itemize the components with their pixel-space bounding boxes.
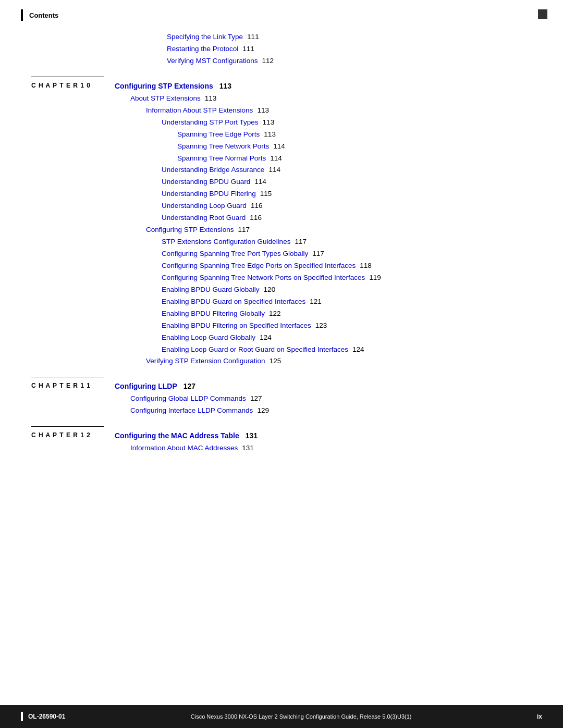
toc-link[interactable]: Configuring STP Extensions (146, 224, 234, 236)
toc-link[interactable]: Spanning Tree Edge Ports (177, 129, 260, 141)
toc-page: 129 (257, 405, 269, 417)
chapter-entries-2: Information About MAC Addresses131 (115, 442, 532, 454)
toc-page: 125 (270, 355, 282, 367)
toc-page: 116 (251, 200, 263, 212)
chapter-title-link[interactable]: Configuring STP Extensions (115, 82, 213, 90)
chapter-label: C H A P T E R 1 0 (31, 81, 115, 89)
toc-entry: Configuring Spanning Tree Network Ports … (115, 272, 532, 284)
toc-page: 124 (352, 344, 364, 356)
chapter-label: C H A P T E R 1 1 (31, 381, 115, 389)
toc-entry: Understanding Loop Guard116 (115, 200, 532, 212)
header-right-block (538, 9, 547, 19)
toc-page: 117 (295, 236, 307, 248)
toc-link[interactable]: Information About STP Extensions (146, 105, 253, 117)
toc-link[interactable]: Understanding Loop Guard (162, 200, 247, 212)
chapter-title-link[interactable]: Configuring LLDP (115, 382, 177, 390)
toc-link[interactable]: Enabling Loop Guard or Root Guard on Spe… (162, 344, 348, 356)
chapter-divider (31, 426, 104, 427)
toc-entry: Enabling Loop Guard Globally124 (115, 332, 532, 344)
toc-link[interactable]: STP Extensions Configuration Guidelines (162, 236, 290, 248)
chapters-container: C H A P T E R 1 0 Configuring STP Extens… (31, 77, 532, 454)
toc-entry: Enabling BPDU Filtering Globally122 (115, 308, 532, 320)
toc-page: 114 (270, 153, 282, 165)
content: Specifying the Link Type111Restarting th… (0, 26, 563, 486)
toc-link[interactable]: About STP Extensions (130, 93, 201, 105)
toc-link[interactable]: Restarting the Protocol (167, 43, 238, 55)
toc-entry: Verifying MST Configurations112 (167, 55, 532, 67)
chapter-page: 131 (243, 431, 258, 440)
toc-page: 115 (260, 188, 272, 200)
toc-page: 113 (264, 129, 276, 141)
toc-link[interactable]: Enabling BPDU Filtering on Specified Int… (162, 320, 311, 332)
chapter-page: 113 (217, 82, 231, 90)
toc-entry: Understanding Root Guard116 (115, 212, 532, 224)
toc-link[interactable]: Configuring Spanning Tree Network Ports … (162, 272, 365, 284)
toc-link[interactable]: Specifying the Link Type (167, 31, 243, 43)
chapter-title-block: Configuring the MAC Address Table 131 (115, 431, 258, 440)
footer-page-number: ix (537, 713, 542, 720)
chapter-section-0: C H A P T E R 1 0 Configuring STP Extens… (31, 81, 532, 91)
toc-entry: Configuring Spanning Tree Edge Ports on … (115, 260, 532, 272)
toc-entry: Information About STP Extensions113 (115, 105, 532, 117)
toc-page: 112 (262, 55, 274, 67)
toc-entry: Specifying the Link Type111 (167, 31, 532, 43)
header-title: Contents (29, 11, 58, 19)
toc-entry: Enabling BPDU Guard on Specified Interfa… (115, 296, 532, 308)
toc-entry: Understanding BPDU Filtering115 (115, 188, 532, 200)
top-entries: Specifying the Link Type111Restarting th… (31, 31, 532, 67)
toc-entry: Spanning Tree Normal Ports114 (115, 153, 532, 165)
toc-link[interactable]: Configuring Interface LLDP Commands (130, 405, 253, 417)
toc-link[interactable]: Enabling BPDU Guard Globally (162, 284, 260, 296)
toc-page: 127 (250, 393, 262, 405)
toc-page: 114 (273, 141, 285, 153)
toc-page: 118 (360, 260, 372, 272)
toc-link[interactable]: Understanding BPDU Guard (162, 176, 250, 188)
toc-link[interactable]: Configuring Spanning Tree Port Types Glo… (162, 248, 308, 260)
toc-link[interactable]: Understanding STP Port Types (162, 117, 259, 129)
toc-link[interactable]: Configuring Spanning Tree Edge Ports on … (162, 260, 356, 272)
toc-link[interactable]: Enabling BPDU Filtering Globally (162, 308, 265, 320)
chapter-divider (31, 377, 104, 377)
toc-page: 122 (269, 308, 281, 320)
toc-link[interactable]: Information About MAC Addresses (130, 442, 238, 454)
toc-entry: Verifying STP Extension Configuration125 (115, 355, 532, 367)
toc-link[interactable]: Understanding Root Guard (162, 212, 246, 224)
footer-doc-number: OL-26590-01 (28, 713, 65, 720)
toc-link[interactable]: Configuring Global LLDP Commands (130, 393, 246, 405)
toc-page: 114 (268, 164, 280, 176)
toc-page: 120 (264, 284, 276, 296)
chapter-divider (31, 77, 104, 77)
footer-center-text: Cisco Nexus 3000 NX-OS Layer 2 Switching… (76, 713, 527, 720)
toc-page: 111 (242, 43, 254, 55)
toc-page: 123 (315, 320, 327, 332)
chapter-entries-0: About STP Extensions113Information About… (115, 93, 532, 368)
chapter-entries-1: Configuring Global LLDP Commands127Confi… (115, 393, 532, 417)
toc-link[interactable]: Understanding BPDU Filtering (162, 188, 256, 200)
toc-page: 114 (254, 176, 266, 188)
toc-page: 124 (260, 332, 272, 344)
toc-link[interactable]: Spanning Tree Network Ports (177, 141, 269, 153)
toc-entry: Understanding BPDU Guard114 (115, 176, 532, 188)
toc-entry: Configuring STP Extensions117 (115, 224, 532, 236)
toc-link[interactable]: Enabling BPDU Guard on Specified Interfa… (162, 296, 305, 308)
toc-entry: Spanning Tree Edge Ports113 (115, 129, 532, 141)
toc-page: 113 (205, 93, 217, 105)
chapter-title-link[interactable]: Configuring the MAC Address Table (115, 431, 239, 440)
toc-page: 121 (310, 296, 322, 308)
chapter-title-block: Configuring STP Extensions 113 (115, 81, 231, 91)
toc-page: 117 (312, 248, 324, 260)
toc-entry: About STP Extensions113 (115, 93, 532, 105)
toc-link[interactable]: Understanding Bridge Assurance (162, 164, 264, 176)
toc-page: 116 (250, 212, 262, 224)
toc-page: 117 (238, 224, 250, 236)
header-bar (21, 9, 23, 21)
toc-entry: Understanding Bridge Assurance114 (115, 164, 532, 176)
toc-link[interactable]: Verifying MST Configurations (167, 55, 258, 67)
toc-link[interactable]: Enabling Loop Guard Globally (162, 332, 255, 344)
footer-bar-icon (21, 712, 23, 721)
toc-entry: Information About MAC Addresses131 (115, 442, 532, 454)
toc-link[interactable]: Spanning Tree Normal Ports (177, 153, 266, 165)
toc-entry: Restarting the Protocol111 (167, 43, 532, 55)
toc-link[interactable]: Verifying STP Extension Configuration (146, 355, 265, 367)
chapter-page: 127 (181, 382, 195, 390)
